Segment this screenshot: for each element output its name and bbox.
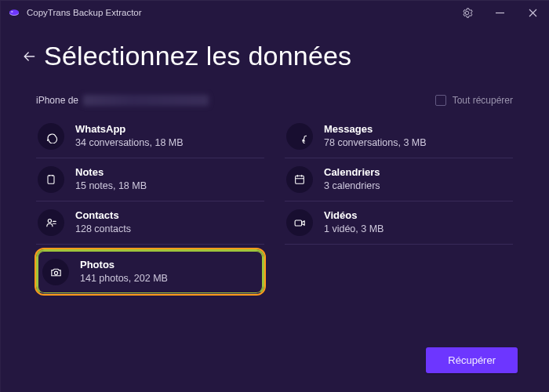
item-title: Vidéos [324,209,384,222]
close-icon [529,9,537,17]
data-item-notes[interactable]: Notes 15 notes, 18 MB [36,158,264,201]
page-title: Sélectionnez les données [44,41,351,71]
header: Sélectionnez les données [0,25,549,79]
item-subtitle: 1 vidéo, 3 MB [324,223,384,236]
recover-button[interactable]: Récupérer [426,347,518,373]
close-button[interactable] [516,0,549,25]
svg-rect-5 [296,176,304,183]
whatsapp-icon [38,123,64,150]
item-title: Calendriers [324,166,380,179]
data-item-messages[interactable]: Messages 78 conversations, 3 MB [285,115,513,158]
data-item-videos[interactable]: Vidéos 1 vidéo, 3 MB [285,201,513,245]
item-subtitle: 78 conversations, 3 MB [324,137,427,150]
data-item-whatsapp[interactable]: WhatsApp 34 conversations, 18 MB [36,115,264,158]
recover-all-label: Tout récupérer [453,95,513,106]
item-title: Messages [324,123,427,136]
item-title: WhatsApp [75,123,184,136]
svg-point-4 [54,271,57,274]
item-subtitle: 34 conversations, 18 MB [75,137,184,150]
minimize-button[interactable] [483,0,516,25]
titlebar: CopyTrans Backup Extractor [0,0,549,25]
item-title: Contacts [75,209,131,222]
back-button[interactable] [17,45,41,68]
svg-rect-3 [48,176,54,184]
data-item-contacts[interactable]: Contacts 128 contacts [36,201,264,245]
arrow-left-icon [21,49,37,64]
item-title: Notes [75,166,147,179]
calendar-icon [286,166,313,193]
notes-icon [38,166,64,193]
item-subtitle: 141 photos, 202 MB [80,273,168,285]
messages-icon [286,123,313,150]
svg-point-1 [9,9,19,15]
gear-icon [461,7,473,19]
item-title: Photos [80,259,168,271]
camera-icon [42,259,69,285]
recover-all-checkbox[interactable]: Tout récupérer [435,95,513,106]
svg-rect-6 [295,220,302,225]
app-logo-icon [8,6,20,19]
device-name-redacted [83,95,209,106]
content: iPhone de Tout récupérer WhatsApp 34 con… [0,79,549,294]
data-item-photos[interactable]: Photos 141 photos, 202 MB [36,249,264,294]
contacts-icon [38,209,64,236]
item-subtitle: 128 contacts [75,223,131,236]
item-subtitle: 3 calendriers [324,180,380,193]
device-label: iPhone de [36,95,209,106]
item-subtitle: 15 notes, 18 MB [75,180,147,193]
svg-point-2 [11,11,13,13]
minimize-icon [496,9,504,17]
checkbox-icon [435,95,446,106]
video-icon [286,209,313,236]
app-name: CopyTrans Backup Extractor [27,8,142,17]
data-item-calendars[interactable]: Calendriers 3 calendriers [285,158,513,201]
settings-button[interactable] [450,0,483,25]
